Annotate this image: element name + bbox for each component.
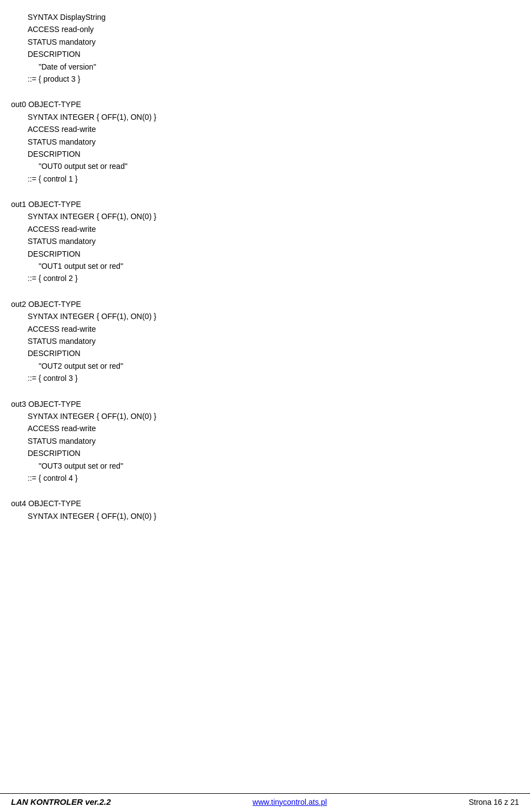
status-line: STATUS mandatory — [11, 36, 519, 48]
out2-header: out2 OBJECT-TYPE — [11, 298, 519, 310]
out4-header: out4 OBJECT-TYPE — [11, 497, 519, 510]
out0-assign: ::= { control 1 } — [11, 173, 519, 185]
out1-header: out1 OBJECT-TYPE — [11, 198, 519, 210]
access-line: ACCESS read-only — [11, 23, 519, 35]
out1-assign: ::= { control 2 } — [11, 272, 519, 284]
description-value: "Date of version" — [11, 61, 519, 73]
footer-title: LAN KONTROLER ver.2.2 — [11, 797, 111, 806]
out1-access: ACCESS read-write — [11, 223, 519, 235]
syntax-line: SYNTAX DisplayString — [11, 11, 519, 23]
out2-syntax: SYNTAX INTEGER { OFF(1), ON(0) } — [11, 310, 519, 322]
out1-description: DESCRIPTION — [11, 248, 519, 260]
page-content: SYNTAX DisplayString ACCESS read-only ST… — [0, 0, 530, 569]
out2-block: out2 OBJECT-TYPE SYNTAX INTEGER { OFF(1)… — [11, 298, 519, 385]
out2-description-value: "OUT2 output set or red" — [11, 360, 519, 372]
out1-status: STATUS mandatory — [11, 235, 519, 247]
out3-assign: ::= { control 4 } — [11, 472, 519, 484]
out1-description-value: "OUT1 output set or red" — [11, 260, 519, 272]
out2-assign: ::= { control 3 } — [11, 372, 519, 384]
out3-block: out3 OBJECT-TYPE SYNTAX INTEGER { OFF(1)… — [11, 398, 519, 485]
out0-status: STATUS mandatory — [11, 136, 519, 148]
footer-url[interactable]: www.tinycontrol.ats.pl — [253, 798, 327, 806]
out4-syntax: SYNTAX INTEGER { OFF(1), ON(0) } — [11, 510, 519, 522]
out3-status: STATUS mandatory — [11, 435, 519, 447]
out0-block: out0 OBJECT-TYPE SYNTAX INTEGER { OFF(1)… — [11, 98, 519, 185]
out0-description-value: "OUT0 output set or read" — [11, 160, 519, 172]
out3-description-value: "OUT3 output set or red" — [11, 460, 519, 472]
out2-description: DESCRIPTION — [11, 347, 519, 359]
footer-page: Strona 16 z 21 — [469, 798, 519, 806]
assign-line: ::= { product 3 } — [11, 73, 519, 85]
out4-block: out4 OBJECT-TYPE SYNTAX INTEGER { OFF(1)… — [11, 497, 519, 522]
out3-header: out3 OBJECT-TYPE — [11, 398, 519, 410]
description-line: DESCRIPTION — [11, 48, 519, 60]
out1-block: out1 OBJECT-TYPE SYNTAX INTEGER { OFF(1)… — [11, 198, 519, 285]
out1-syntax: SYNTAX INTEGER { OFF(1), ON(0) } — [11, 210, 519, 222]
out3-description: DESCRIPTION — [11, 447, 519, 459]
out3-access: ACCESS read-write — [11, 422, 519, 434]
out0-header: out0 OBJECT-TYPE — [11, 98, 519, 110]
intro-block: SYNTAX DisplayString ACCESS read-only ST… — [11, 11, 519, 85]
out3-syntax: SYNTAX INTEGER { OFF(1), ON(0) } — [11, 410, 519, 422]
out2-status: STATUS mandatory — [11, 335, 519, 347]
page-footer: LAN KONTROLER ver.2.2 www.tinycontrol.at… — [0, 793, 530, 806]
out0-access: ACCESS read-write — [11, 123, 519, 135]
out2-access: ACCESS read-write — [11, 323, 519, 335]
out0-syntax: SYNTAX INTEGER { OFF(1), ON(0) } — [11, 111, 519, 123]
out0-description: DESCRIPTION — [11, 148, 519, 160]
